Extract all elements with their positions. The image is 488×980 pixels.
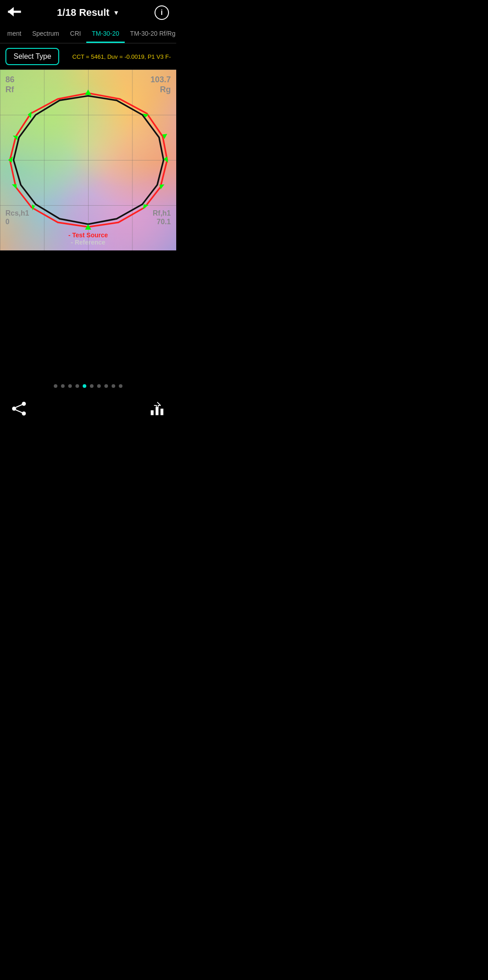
info-icon: i xyxy=(161,9,163,17)
cct-info-text: CCT = 5461, Duv = -0.0019, P1 V3 F- xyxy=(63,53,171,60)
svg-rect-1 xyxy=(8,11,21,13)
svg-line-19 xyxy=(16,405,22,407)
back-button[interactable] xyxy=(7,6,22,19)
rf-label: 86 Rf xyxy=(5,75,14,94)
result-label: 1/18 Result xyxy=(57,7,109,19)
page-dot-1[interactable] xyxy=(54,384,57,388)
page-dot-10[interactable] xyxy=(119,384,122,388)
svg-line-20 xyxy=(16,410,22,413)
page-dot-5[interactable] xyxy=(83,384,86,388)
tab-cri[interactable]: CRI xyxy=(65,25,86,43)
page-indicators xyxy=(0,377,176,395)
page-dot-8[interactable] xyxy=(104,384,108,388)
app-header: 1/18 Result ▼ i xyxy=(0,0,176,25)
page-dot-3[interactable] xyxy=(68,384,72,388)
bottom-toolbar xyxy=(0,395,176,424)
page-dot-4[interactable] xyxy=(75,384,79,388)
svg-rect-23 xyxy=(160,409,163,415)
legend-reference: - Reference xyxy=(68,239,108,246)
page-dot-6[interactable] xyxy=(90,384,94,388)
rfh1-label: Rf,h1 70.1 xyxy=(153,209,171,226)
select-type-button[interactable]: Select Type xyxy=(5,48,59,65)
page-dot-9[interactable] xyxy=(112,384,115,388)
tab-bar: ment Spectrum CRI TM-30-20 TM-30-20 Rf/R… xyxy=(0,25,176,43)
rcs-label: Rcs,h1 0 xyxy=(5,209,29,226)
svg-marker-2 xyxy=(14,96,164,224)
page-dot-7[interactable] xyxy=(97,384,101,388)
tab-tm30[interactable]: TM-30-20 xyxy=(86,25,125,43)
svg-point-16 xyxy=(12,407,16,411)
info-button[interactable]: i xyxy=(155,5,169,20)
svg-rect-22 xyxy=(155,407,158,415)
header-title[interactable]: 1/18 Result ▼ xyxy=(57,7,119,19)
chart-container: 86 Rf 103.7 Rg Rcs,h1 0 Rf,h1 70.1 - Tes… xyxy=(0,70,176,250)
svg-point-18 xyxy=(22,411,26,415)
legend-test-source: - Test Source xyxy=(68,231,108,239)
stats-button[interactable] xyxy=(149,400,165,419)
svg-rect-21 xyxy=(151,410,154,415)
svg-point-17 xyxy=(22,402,26,406)
chart-canvas: 86 Rf 103.7 Rg Rcs,h1 0 Rf,h1 70.1 - Tes… xyxy=(0,70,176,250)
page-dot-2[interactable] xyxy=(61,384,65,388)
controls-row: Select Type CCT = 5461, Duv = -0.0019, P… xyxy=(0,43,176,70)
svg-marker-4 xyxy=(85,90,91,95)
dropdown-arrow-icon: ▼ xyxy=(113,9,119,16)
share-button[interactable] xyxy=(11,400,27,419)
tab-spectrum[interactable]: Spectrum xyxy=(27,25,65,43)
rg-label: 103.7 Rg xyxy=(150,75,171,94)
spacer xyxy=(0,250,176,377)
tab-tm30-rfrg[interactable]: TM-30-20 Rf/Rg xyxy=(125,25,176,43)
tab-measurement[interactable]: ment xyxy=(2,25,27,43)
chart-legend: - Test Source - Reference xyxy=(68,231,108,246)
